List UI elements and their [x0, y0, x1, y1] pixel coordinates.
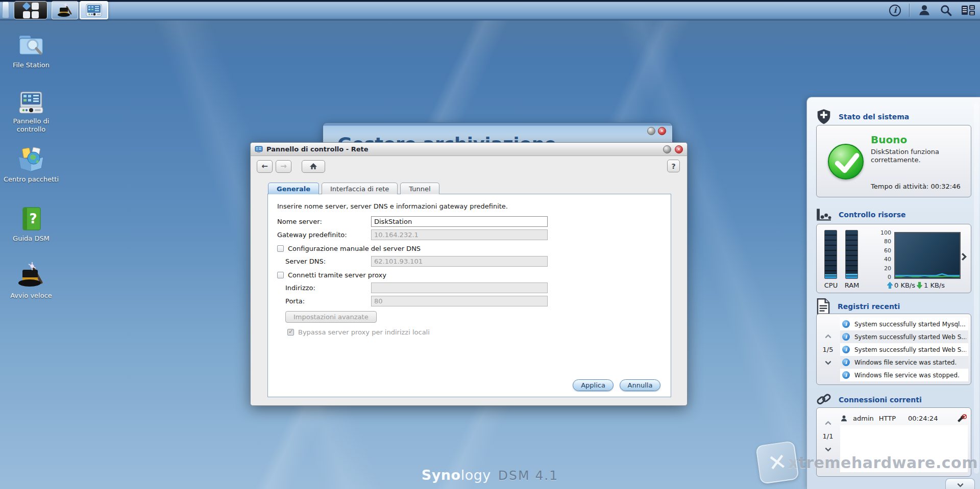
dns-server-label: Server DNS:: [277, 258, 371, 265]
dialog-tabs: Generale Interfaccia di rete Tunnel: [267, 183, 671, 194]
cancel-button[interactable]: Annulla: [620, 379, 660, 391]
info-icon: i: [842, 358, 850, 366]
desktop-icon-label: Avvio veloce: [3, 292, 59, 300]
apply-button[interactable]: Applica: [573, 379, 614, 391]
home-icon: [309, 163, 317, 170]
main-menu-button[interactable]: [14, 1, 47, 19]
tab-tunnel[interactable]: Tunnel: [400, 183, 439, 194]
info-icon: i: [842, 371, 850, 379]
proxy-address-input: [371, 282, 548, 293]
shield-icon: [816, 109, 831, 125]
back-button[interactable]: ←: [257, 160, 273, 173]
gateway-input: [371, 229, 548, 240]
connection-time: 00:24:24: [908, 415, 938, 422]
sidebar-scrollbar[interactable]: [974, 102, 979, 474]
watermark-text: xtremehardware.com: [789, 454, 978, 472]
server-name-label: Nome server:: [277, 218, 371, 225]
cpu-label: CPU: [821, 281, 841, 289]
desktop-icon-label: File Station: [3, 61, 59, 69]
close-icon[interactable]: ✕: [658, 127, 666, 135]
bypass-proxy-checkbox: [287, 329, 294, 336]
desktop-icon-label: Guida DSM: [3, 235, 59, 243]
cpu-meter: [824, 230, 837, 279]
tab-generale[interactable]: Generale: [268, 183, 319, 194]
desktop-icon-quick-start[interactable]: Avvio veloce: [3, 261, 59, 300]
log-row[interactable]: iWindows file service was stopped.: [840, 369, 968, 381]
user-icon[interactable]: [918, 4, 931, 17]
widget-sidebar: Stato del sistema Buono DiskStation funz…: [806, 97, 980, 489]
help-info-icon[interactable]: i: [889, 5, 901, 16]
log-row[interactable]: iWindows file service was started.: [840, 356, 968, 369]
synology-dsm-logo: Synology DSM 4.1: [422, 467, 558, 483]
dsm-help-icon: ?: [18, 206, 44, 231]
control-panel-window-icon: [86, 4, 102, 17]
control-panel-icon: [17, 91, 45, 114]
system-status-card: Buono DiskStation funziona correttamente…: [816, 125, 971, 197]
form-description: Inserire nome server, server DNS e infor…: [277, 202, 662, 210]
bar-chart-icon: [816, 208, 831, 222]
download-arrow-icon: [917, 282, 922, 289]
search-icon[interactable]: [939, 4, 952, 17]
document-icon: [816, 298, 830, 315]
server-name-input[interactable]: [371, 216, 548, 227]
package-center-icon: [17, 147, 45, 172]
status-value: Buono: [871, 134, 907, 146]
uptime-text: Tempo di attività: 00:32:46: [871, 183, 961, 190]
logs-page-indicator: 1/5: [823, 346, 834, 353]
tab-interfaccia-di-rete[interactable]: Interfaccia di rete: [322, 183, 398, 194]
advanced-settings-button: Impostazioni avanzate: [285, 311, 377, 323]
dialog-help-button[interactable]: ?: [667, 160, 680, 172]
dialog-title: Pannello di controllo - Rete: [266, 145, 659, 153]
connection-protocol: HTTP: [879, 415, 896, 422]
connection-user: admin: [853, 415, 874, 422]
minimize-button[interactable]: [647, 127, 655, 135]
log-row[interactable]: iSystem successfully started Web S...: [840, 343, 968, 356]
desktop-icon-file-station[interactable]: File Station: [3, 32, 59, 69]
status-ok-icon: [828, 144, 864, 179]
user-small-icon: [840, 415, 848, 422]
network-traffic-chart: [894, 232, 961, 279]
svg-text:?: ?: [29, 211, 37, 226]
taskbar-control-panel-window-button[interactable]: [80, 1, 108, 19]
connection-row[interactable]: admin HTTP 00:24:24: [840, 412, 967, 424]
proxy-checkbox[interactable]: [277, 272, 284, 278]
show-desktop-button[interactable]: [2, 2, 9, 18]
dialog-close-icon[interactable]: ✕: [675, 145, 683, 153]
log-row[interactable]: iSystem successfully started Web S...: [840, 330, 968, 343]
control-panel-network-dialog: Pannello di controllo - Rete ✕ ← → ? Gen…: [250, 142, 688, 406]
connections-page-up-chevron[interactable]: [825, 421, 831, 427]
dialog-titlebar[interactable]: Pannello di controllo - Rete ✕: [251, 143, 687, 156]
desktop-icon-dsm-help[interactable]: ? Guida DSM: [3, 206, 59, 243]
desktop-icon-package-center[interactable]: Centro pacchetti: [3, 147, 59, 184]
disconnect-icon[interactable]: [957, 414, 967, 422]
desktop-icon-label: Centro pacchetti: [3, 175, 59, 184]
desktop-icon-control-panel[interactable]: Pannello di controllo: [3, 91, 59, 134]
traffic-speeds: 0 KB/s 1 KB/s: [887, 281, 945, 289]
dns-server-input: [371, 256, 548, 267]
dns-manual-checkbox[interactable]: [277, 245, 284, 252]
forward-button: →: [276, 160, 291, 173]
taskbar: i: [0, 0, 980, 20]
ram-label: RAM: [842, 281, 862, 289]
proxy-address-label: Indirizzo:: [277, 284, 371, 292]
home-button[interactable]: [302, 160, 325, 173]
desktop-icon-label: Pannello di controllo: [3, 117, 59, 134]
dialog-minimize-button[interactable]: [663, 145, 671, 153]
pilot-view-icon[interactable]: [961, 4, 976, 17]
connections-title: Connessioni correnti: [839, 396, 922, 404]
info-icon: i: [842, 346, 850, 353]
chart-y-axis: 100 80 60 40 20 0: [870, 229, 891, 280]
logs-pager: 1/5: [817, 314, 839, 384]
dialog-control-panel-icon: [255, 146, 263, 153]
gateway-label: Gateway predefinito:: [277, 231, 371, 239]
logs-page-up-chevron[interactable]: [825, 334, 831, 341]
dns-manual-label: Configurazione manuale del server DNS: [288, 245, 421, 252]
proxy-label: Connetti tramite server proxy: [288, 271, 386, 279]
system-status-title: Stato del sistema: [839, 113, 909, 121]
logs-page-down-chevron[interactable]: [825, 358, 831, 365]
log-row[interactable]: iSystem successfully started Mysql...: [840, 318, 968, 330]
watermark-x-logo: ✕: [755, 441, 799, 484]
proxy-port-input: [371, 296, 548, 306]
chain-link-icon: [816, 392, 831, 407]
taskbar-quick-launch-button[interactable]: [52, 1, 78, 19]
